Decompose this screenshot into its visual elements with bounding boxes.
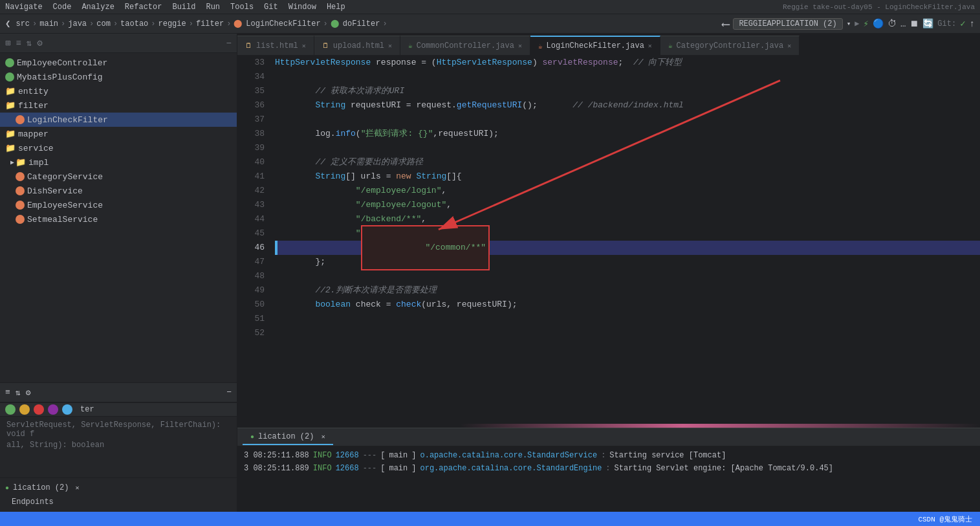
bottom-sort-icon[interactable]: ⇅ [16, 388, 21, 398]
run-circle-red[interactable] [34, 404, 44, 415]
run-config-name[interactable]: REGGIEAPPLICATION (2) [733, 18, 842, 30]
sidebar-item-impl[interactable]: ▶ 📁 impl [0, 155, 237, 170]
sidebar-item-filter-folder[interactable]: 📁 filter [0, 98, 237, 113]
breadcrumb-reggie[interactable]: reggie [158, 19, 186, 28]
sidebar-grid-icon[interactable]: ⊞ [5, 38, 10, 49]
run-circle-blue[interactable] [62, 404, 72, 415]
debug-build-icon[interactable]: ⚡ [864, 18, 869, 29]
tab-close-category[interactable]: ✕ [787, 42, 791, 50]
log-thread-name-2: main [389, 462, 408, 475]
back-arrow-icon[interactable]: ⟵ [723, 17, 730, 31]
console-tab-label: lication (2) [258, 432, 314, 441]
ln-42: 42 [237, 184, 265, 198]
breadcrumb-main[interactable]: main [39, 19, 58, 28]
tab-upload-html[interactable]: 🗒 upload.html ✕ [314, 36, 400, 55]
sidebar-item-label: entity [18, 87, 49, 96]
bottom-align-icon[interactable]: ≡ [5, 388, 10, 397]
log-thread-2: [ [380, 462, 385, 475]
code-line-37 [275, 113, 980, 127]
tab-label: upload.html [333, 41, 384, 50]
tab-icon-html: 🗒 [322, 41, 329, 50]
console-tab-run[interactable]: ● lication (2) ✕ [243, 430, 333, 445]
endpoints-section: ● lication (2) ✕ Endpoints [0, 477, 237, 512]
sidebar-item-entity[interactable]: 📁 entity [0, 84, 237, 98]
menu-help[interactable]: Help [327, 3, 345, 12]
tab-common-controller[interactable]: ☕ CommonController.java ✕ [400, 36, 530, 55]
menu-refactor[interactable]: Refactor [125, 3, 162, 12]
run-config-dropdown[interactable]: ▾ [847, 19, 851, 28]
tab-list-html[interactable]: 🗒 list.html ✕ [237, 36, 314, 55]
breadcrumb-taotao[interactable]: taotao [120, 19, 148, 28]
menu-tools[interactable]: Tools [230, 3, 254, 12]
run-circle-yellow[interactable] [19, 404, 30, 415]
sidebar-item-categoryservice[interactable]: CategoryService [0, 170, 237, 184]
menu-code[interactable]: Code [53, 3, 72, 12]
stop-icon[interactable]: ⏹ [909, 19, 919, 29]
console-tab-close[interactable]: ✕ [321, 433, 325, 441]
tab-close-common[interactable]: ✕ [518, 42, 522, 50]
menu-navigate[interactable]: Navigate [5, 3, 43, 12]
log-class-1: o.apache.catalina.core.StandardService [420, 449, 597, 462]
sidebar-item-employeeservice[interactable]: EmployeeService [0, 198, 237, 212]
run-button[interactable]: ▶ [855, 19, 859, 28]
tab-close-upload[interactable]: ✕ [388, 42, 392, 50]
sidebar-sort-icon[interactable]: ⇅ [27, 38, 32, 49]
code-content[interactable]: HttpServletResponse response = ( HttpSer… [270, 56, 980, 424]
sidebar-item-logincheckfilter[interactable]: LoginCheckFilter [0, 113, 237, 127]
breadcrumb-logincheckfilter[interactable]: LoginCheckFilter [246, 19, 320, 28]
tab-logincheckfilter[interactable]: ☕ LoginCheckFilter.java ✕ [530, 36, 660, 55]
code-line-51 [275, 312, 980, 326]
log-time-2: 3 08:25:11.889 [244, 462, 309, 475]
sidebar-item-label: SetmealService [27, 215, 98, 225]
menu-build[interactable]: Build [172, 3, 195, 12]
menu-run[interactable]: Run [206, 3, 220, 12]
code-line-38: log. info ( "拦截到请求: {}" ,requestURI); [275, 127, 980, 141]
breadcrumb-src[interactable]: src [16, 19, 30, 28]
tab-category-controller[interactable]: ☕ CategoryController.java ✕ [660, 36, 800, 55]
folder-icon: 📁 [5, 100, 16, 111]
run-instance-close[interactable]: ✕ [75, 484, 79, 492]
sidebar-item-setmealservice[interactable]: SetmealService [0, 212, 237, 226]
breadcrumb-filter[interactable]: filter [196, 19, 224, 28]
ln-35: 35 [237, 84, 265, 98]
run-circle-purple[interactable] [48, 404, 58, 415]
menu-window[interactable]: Window [289, 3, 316, 12]
sidebar-item-mybatisplusconfig[interactable]: MybatisPlusConfig [0, 70, 237, 84]
sidebar-item-service[interactable]: 📁 service [0, 141, 237, 155]
sidebar-item-dishservice[interactable]: DishService [0, 184, 237, 198]
sidebar-settings-icon[interactable]: ⚙ [37, 38, 42, 49]
folder-icon: 📁 [5, 129, 16, 139]
sidebar-align-icon[interactable]: ≡ [16, 38, 21, 49]
menu-analyze[interactable]: Analyze [82, 3, 114, 12]
breadcrumb-com[interactable]: com [96, 19, 111, 28]
breadcrumb-dofilter: doFilter [343, 19, 380, 28]
breadcrumb-bar: ❮ src › main › java › com › taotao › reg… [0, 14, 980, 34]
bottom-settings-icon[interactable]: ⚙ [26, 388, 31, 398]
console-output: 3 08:25:11.888 INFO 12668 --- [ main ] o… [237, 446, 980, 512]
log-thread-1: [ [380, 449, 385, 462]
git-upload-icon[interactable]: ↑ [970, 19, 975, 29]
coverage-icon[interactable]: 🔵 [873, 18, 884, 29]
reload-icon[interactable]: 🔄 [922, 18, 933, 29]
tab-close-filter[interactable]: ✕ [648, 42, 652, 50]
bottom-close-icon[interactable]: − [226, 388, 232, 397]
sidebar-close-icon[interactable]: − [226, 38, 232, 49]
tab-close-list[interactable]: ✕ [302, 42, 306, 50]
more-run-icon[interactable]: … [900, 19, 906, 29]
run-config-area: ⟵ REGGIEAPPLICATION (2) ▾ ▶ ⚡ 🔵 ⏱ … ⏹ 🔄 … [723, 17, 975, 31]
run-circles [5, 404, 72, 415]
ln-39: 39 [237, 141, 265, 155]
sidebar-bottom: ≡ ⇅ ⚙ − ter ServletRequest, ServletResp [0, 382, 237, 512]
menu-git[interactable]: Git [264, 3, 278, 12]
breadcrumb-java[interactable]: java [68, 19, 87, 28]
sidebar-tree: EmployeeController MybatisPlusConfig 📁 e… [0, 53, 237, 382]
profile-icon[interactable]: ⏱ [887, 19, 897, 29]
log-level-2: INFO [313, 462, 332, 475]
code-line-40: // 定义不需要出的请求路径 [275, 155, 980, 170]
sidebar-item-employeecontroller[interactable]: EmployeeController [0, 56, 237, 70]
log-thread-close-1: ] [411, 449, 416, 462]
sidebar-item-mapper[interactable]: 📁 mapper [0, 127, 237, 141]
git-check-icon[interactable]: ✓ [960, 18, 965, 29]
breadcrumb-arrow-left[interactable]: ❮ [5, 18, 10, 29]
run-circle-green[interactable] [5, 404, 16, 415]
